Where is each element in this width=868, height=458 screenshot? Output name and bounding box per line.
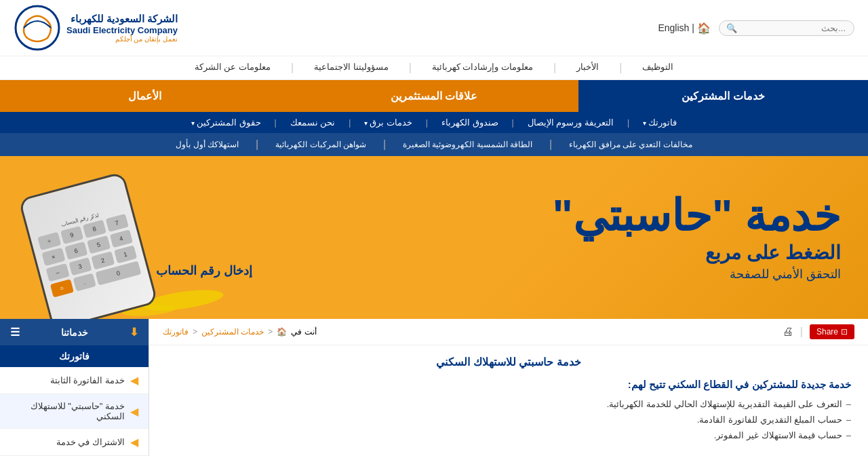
section-heading: خدمة جديدة للمشتركين في القطاع السكني تت…	[166, 379, 851, 391]
calc-btn-6: 6	[64, 242, 88, 260]
language-label: English	[658, 22, 689, 33]
sidebar-arrow-icon-2: ◀	[130, 405, 138, 418]
nav-tariff[interactable]: التعريفة ورسوم الإيصال	[528, 117, 614, 128]
nav-news[interactable]: الأخبار	[576, 62, 599, 74]
sub-nav-consumption[interactable]: استهلاكك أول بأول	[176, 140, 239, 149]
svg-point-0	[16, 6, 59, 50]
breadcrumb-bar: ⊡ Share | 🖨 أنت في 🏠 < خدمات المشتركين <…	[149, 319, 868, 345]
share-icon: ⊡	[841, 327, 848, 337]
print-button[interactable]: 🖨	[783, 326, 793, 338]
search-icon: 🔍	[726, 23, 737, 33]
hero-phone-mockup: لذكر رقم الحساب 7 8 9 ÷ 4 5 6 × 1 2 3 – …	[20, 170, 170, 319]
calc-btn-4: 4	[109, 229, 133, 248]
list-item-2: حساب المبلغ التقديري للفاتورة القادمة.	[166, 415, 851, 425]
sidebar-menu-icon[interactable]: ☰	[10, 326, 20, 339]
nav-electricity-fund[interactable]: صندوق الكهرباء	[441, 117, 498, 128]
nav-barq[interactable]: خدمات برق	[364, 117, 412, 128]
list-item-3-text: حساب قيمة الاستهلاك غير المفوتر.	[714, 430, 842, 440]
list-item-1: التعرف على القيمة التقديرية للإستهلاك ال…	[166, 399, 851, 409]
sidebar-header-label: خدماتنا	[61, 327, 88, 338]
nav-links: التوظيف | الأخبار | معلومات وإرشادات كهر…	[0, 56, 868, 80]
sidebar-arrow-icon-1: ◀	[130, 374, 138, 387]
hero-sub-title2: التحقق الأمني للصفحة	[553, 267, 841, 282]
page-title: خدمة حاسبتي للاستهلاك السكني	[166, 356, 851, 368]
sub-nav-ev-chargers[interactable]: شواهن المركبات الكهربائية	[275, 140, 366, 149]
sub-nav: مخالفات التعدي على مرافق الكهرباء | الطا…	[0, 133, 868, 156]
breadcrumb-fatourti[interactable]: فاتورتك	[163, 327, 189, 337]
tab-investors[interactable]: علاقات المستثمرين	[290, 80, 579, 112]
calc-btn-3: 3	[68, 257, 92, 275]
nav-subscriber-rights[interactable]: حقوق المشتركين	[191, 117, 260, 128]
sidebar-item-label-1: خدمة الفاتورة الثابتة	[10, 375, 125, 385]
content-area: خدمة حاسبتي للاستهلاك السكني خدمة جديدة …	[149, 345, 868, 456]
sub-nav-solar[interactable]: الطاقة الشمسية الكهروضوئية الصغيرة	[403, 140, 532, 149]
nav-about[interactable]: معلومات عن الشركة	[195, 62, 271, 74]
calc-btn-mul: ×	[41, 247, 65, 265]
calc-btn-2: 2	[91, 251, 115, 269]
calc-btn-8: 8	[83, 219, 106, 237]
enter-account-text: إدخال رقم الحساب	[156, 263, 252, 278]
sidebar: ⬇ خدماتنا ☰ فاتورتك ◀ خدمة الفاتورة الثا…	[0, 319, 149, 456]
nav-fatourti[interactable]: فاتورتك	[643, 117, 677, 128]
calc-btn-7: 7	[105, 214, 129, 232]
sidebar-item-fixed-bill[interactable]: ◀ خدمة الفاتورة الثابتة	[0, 367, 149, 394]
list-item-3: حساب قيمة الاستهلاك غير المفوتر.	[166, 430, 851, 440]
list-item-2-text: حساب المبلغ التقديري للفاتورة القادمة.	[697, 415, 842, 425]
breadcrumb-subscribers[interactable]: خدمات المشتركين	[201, 327, 264, 337]
main-content: ⊡ Share | 🖨 أنت في 🏠 < خدمات المشتركين <…	[149, 319, 868, 456]
nav-we-listen[interactable]: نحن نسمعك	[290, 117, 336, 128]
bottom-section: ⊡ Share | 🖨 أنت في 🏠 < خدمات المشتركين <…	[0, 319, 868, 456]
calc-btn-minus: –	[45, 263, 69, 282]
tab-business[interactable]: الأعمال	[0, 80, 290, 112]
sidebar-item-subscribe[interactable]: ◀ الاشتراك في خدمة	[0, 429, 149, 456]
social-actions: ⊡ Share | 🖨	[783, 324, 854, 339]
separator: |	[692, 22, 694, 33]
calc-btn-9: 9	[60, 225, 83, 244]
sidebar-item-label-2: خدمة "حاسبتي" للاستهلاك السكني	[10, 401, 125, 421]
language-link[interactable]: English | 🏠	[658, 22, 711, 35]
hero-sub-title: الضغط على مربع	[553, 242, 841, 264]
company-tagline: نعمل بإتقان من أجلكم	[66, 35, 178, 43]
dropdown-nav: فاتورتك | التعريفة ورسوم الإيصال | صندوق…	[0, 112, 868, 133]
breadcrumb-current: أنت في	[291, 327, 316, 337]
breadcrumb-home-icon[interactable]: 🏠	[277, 327, 287, 337]
hero-text: خدمة "حاسبتي" الضغط على مربع التحقق الأم…	[553, 194, 841, 282]
calc-btn-enter: =	[50, 279, 74, 297]
main-nav-tabs: خدمات المشتركين علاقات المستثمرين الأعما…	[0, 80, 868, 112]
nav-social-responsibility[interactable]: مسؤوليتنا الاجتماعية	[314, 62, 389, 74]
logo-text: الشركة السعودية للكهرباء Saudi Electrici…	[66, 13, 178, 43]
sub-nav-violations[interactable]: مخالفات التعدي على مرافق الكهرباء	[569, 140, 692, 149]
home-icon[interactable]: 🏠	[697, 22, 711, 35]
breadcrumb: أنت في 🏠 < خدمات المشتركين < فاتورتك	[163, 327, 317, 337]
hero-banner: خدمة "حاسبتي" الضغط على مربع التحقق الأم…	[0, 156, 868, 319]
sidebar-header: ⬇ خدماتنا ☰	[0, 319, 149, 345]
calc-btn-div: ÷	[37, 231, 61, 250]
search-bar: 🔍	[719, 20, 854, 36]
share-button[interactable]: ⊡ Share	[810, 324, 854, 339]
sidebar-arrow-icon-3: ◀	[130, 436, 138, 449]
nav-electrical-info[interactable]: معلومات وإرشادات كهربائية	[432, 62, 533, 74]
calc-btn-1: 1	[113, 245, 137, 263]
calc-btn-5: 5	[87, 235, 111, 254]
company-english-name: Saudi Electricity Company	[66, 25, 178, 35]
sidebar-item-hasibati[interactable]: ◀ خدمة "حاسبتي" للاستهلاك السكني	[0, 394, 149, 429]
calc-btn-dot: .	[73, 273, 96, 291]
sidebar-item-label-3: الاشتراك في خدمة	[10, 437, 125, 447]
sidebar-section-title: فاتورتك	[0, 345, 149, 367]
company-logo	[14, 4, 61, 52]
hero-main-title: خدمة "حاسبتي"	[553, 194, 841, 237]
content-list: التعرف على القيمة التقديرية للإستهلاك ال…	[166, 399, 851, 440]
logo-area: الشركة السعودية للكهرباء Saudi Electrici…	[14, 4, 178, 52]
sidebar-download-icon[interactable]: ⬇	[130, 326, 138, 339]
nav-employment[interactable]: التوظيف	[642, 62, 673, 74]
tab-subscribers[interactable]: خدمات المشتركين	[578, 80, 868, 112]
list-item-1-text: التعرف على القيمة التقديرية للإستهلاك ال…	[607, 399, 842, 409]
search-input[interactable]	[737, 23, 846, 33]
share-label: Share	[816, 327, 838, 337]
company-arabic-name: الشركة السعودية للكهرباء	[66, 13, 178, 25]
